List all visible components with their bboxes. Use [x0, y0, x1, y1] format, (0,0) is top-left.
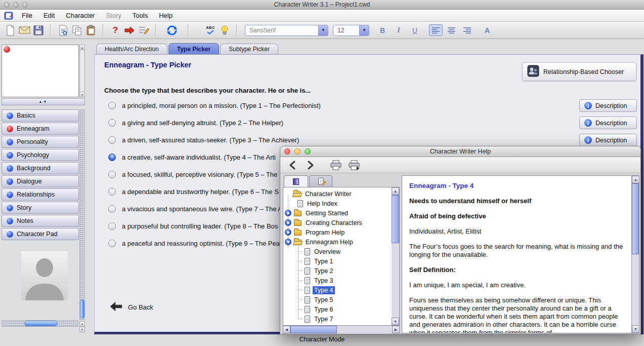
radio-type-5[interactable]	[108, 171, 116, 178]
radio-type-7[interactable]	[108, 205, 116, 213]
tab-type-picker[interactable]: Type Picker	[168, 43, 219, 54]
underline-button[interactable]: U	[409, 24, 421, 36]
tree-item-type-4[interactable]: Type 4	[283, 285, 392, 295]
radio-type-6[interactable]	[108, 188, 116, 196]
spell-check-icon[interactable]: ABC	[203, 23, 218, 37]
close-icon[interactable]	[284, 148, 290, 155]
sidebar-item-background[interactable]: Background	[2, 162, 79, 174]
minimize-icon[interactable]	[294, 148, 300, 155]
radio-type-2[interactable]	[108, 119, 116, 127]
radio-type-8[interactable]	[108, 222, 116, 230]
scroll-up-icon[interactable]: ▲	[79, 321, 85, 327]
menu-character[interactable]: Character	[60, 12, 100, 19]
sidebar-vertical-scrollbar[interactable]	[79, 109, 85, 320]
radio-type-1[interactable]	[108, 102, 116, 109]
expand-icon[interactable]	[285, 229, 291, 236]
mail-icon[interactable]	[17, 23, 31, 37]
tab-table-of-contents[interactable]	[284, 175, 308, 187]
zoom-window-icon[interactable]	[22, 2, 28, 8]
scroll-down-icon[interactable]: ▼	[632, 325, 639, 333]
content-vertical-scrollbar[interactable]: ▲ ▼	[631, 176, 639, 333]
tree-item-help-index[interactable]: Help Index	[283, 199, 392, 208]
tree-item-type-7[interactable]: Type 7	[283, 314, 392, 324]
tree-horizontal-scrollbar[interactable]: ◀ ▶	[283, 326, 400, 333]
scroll-down-icon[interactable]: ▼	[80, 92, 84, 97]
scroll-up-icon[interactable]: ▲	[392, 187, 399, 195]
expand-icon[interactable]	[285, 210, 291, 216]
menu-edit[interactable]: Edit	[38, 12, 60, 19]
font-size-select[interactable]: 12▼	[333, 25, 369, 36]
align-left-button[interactable]	[429, 24, 443, 36]
sidebar-item-personality[interactable]: Personality	[2, 136, 79, 148]
scroll-right-icon[interactable]: ▶	[392, 326, 400, 333]
copy-icon[interactable]	[70, 23, 84, 37]
character-list[interactable]	[2, 45, 79, 97]
document-preview-icon[interactable]	[56, 23, 70, 37]
radio-type-9[interactable]	[108, 240, 116, 247]
print-icon[interactable]	[329, 158, 343, 172]
help-icon[interactable]: ?	[108, 23, 122, 37]
font-color-button[interactable]: A	[481, 24, 493, 36]
tree-item-getting-started[interactable]: Getting Started	[283, 208, 392, 218]
tree-vertical-scrollbar[interactable]: ▲ ▼	[392, 187, 399, 325]
idea-bulb-icon[interactable]	[218, 23, 232, 37]
sidebar-item-character-pad[interactable]: Character Pad	[2, 228, 79, 240]
sidebar-item-notes[interactable]: Notes	[2, 215, 79, 227]
sidebar-item-story[interactable]: Story	[2, 202, 79, 214]
sidebar-item-relationships[interactable]: Relationships	[2, 188, 79, 201]
tree-item-program-help[interactable]: Program Help	[283, 227, 392, 237]
sidebar-item-dialogue[interactable]: Dialogue	[2, 175, 79, 187]
sidebar-horizontal-scrollbar[interactable]	[2, 320, 78, 327]
align-right-button[interactable]	[460, 24, 474, 36]
description-button-type-3[interactable]: iDescription	[579, 134, 637, 146]
save-icon[interactable]	[31, 23, 46, 37]
back-icon[interactable]	[285, 158, 299, 172]
scroll-up-icon[interactable]: ▲	[632, 176, 639, 183]
forward-icon[interactable]	[304, 158, 318, 172]
new-document-icon[interactable]	[3, 23, 17, 37]
scroll-up-icon[interactable]: ▲	[80, 45, 84, 50]
close-window-icon[interactable]	[4, 2, 10, 8]
scrollbar-thumb[interactable]	[290, 326, 337, 333]
scroll-down-icon[interactable]: ▼	[79, 327, 85, 332]
tab-index[interactable]	[309, 175, 332, 187]
italic-button[interactable]: I	[393, 24, 405, 36]
tree-item-type-1[interactable]: Type 1	[283, 256, 392, 266]
align-center-button[interactable]	[445, 24, 458, 36]
description-button-type-2[interactable]: iDescription	[579, 117, 637, 129]
tree-item-overview[interactable]: Overview	[283, 247, 392, 256]
relationship-based-chooser-button[interactable]: Relationship-Based Chooser	[522, 62, 636, 81]
bold-button[interactable]: B	[376, 24, 389, 36]
scrollbar-thumb[interactable]	[632, 183, 639, 254]
scrollbar-thumb[interactable]	[80, 299, 84, 319]
tree-item-type-3[interactable]: Type 3	[283, 276, 392, 285]
menu-tools[interactable]: Tools	[127, 12, 153, 19]
menu-help[interactable]: Help	[153, 12, 178, 19]
edit-list-icon[interactable]	[137, 23, 151, 37]
tree-item-enneagram-help[interactable]: Enneagram Help	[283, 237, 392, 247]
tree-item-type-6[interactable]: Type 6	[283, 304, 392, 314]
page-setup-icon[interactable]	[347, 158, 361, 172]
radio-type-3[interactable]	[108, 136, 116, 144]
scrollbar-thumb[interactable]	[392, 195, 399, 243]
tree-item-type-5[interactable]: Type 5	[283, 295, 392, 304]
tab-subtype-picker[interactable]: Subtype Picker	[220, 44, 278, 54]
sidebar-item-basics[interactable]: Basics	[2, 109, 79, 122]
tab-health-arc-direction[interactable]: Health/Arc Direction	[96, 44, 167, 54]
collapse-icon[interactable]	[285, 239, 291, 245]
sidebar-item-enneagram[interactable]: Enneagram	[2, 123, 79, 135]
sidebar-item-psychology[interactable]: Psychology	[2, 149, 79, 161]
go-back-button[interactable]: Go Back	[110, 301, 153, 314]
radio-type-4[interactable]	[108, 153, 116, 161]
scroll-left-icon[interactable]: ◀	[283, 326, 290, 333]
menu-story[interactable]: Story	[100, 12, 126, 19]
tree-item-creating-characters[interactable]: Creating Characters	[283, 218, 392, 227]
reorder-up-down-bar[interactable]: ▲▼	[2, 98, 85, 105]
description-button-type-1[interactable]: iDescription	[579, 99, 637, 112]
red-arrow-icon[interactable]	[122, 23, 137, 37]
tree-item-type-2[interactable]: Type 2	[283, 266, 392, 276]
tree-item-character-writer[interactable]: Character Writer	[283, 189, 392, 199]
expand-icon[interactable]	[285, 219, 291, 226]
menu-file[interactable]: File	[16, 12, 38, 19]
scrollbar-thumb[interactable]	[24, 321, 58, 326]
